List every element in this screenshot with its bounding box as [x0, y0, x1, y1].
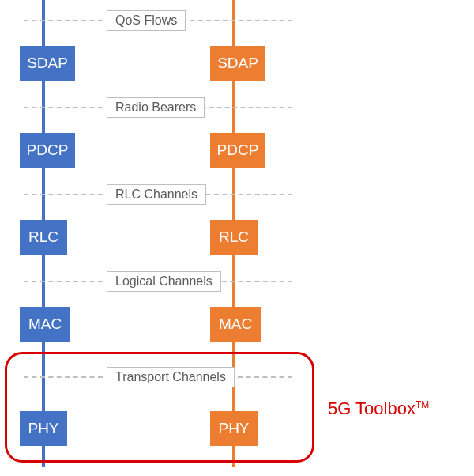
dash-if0-b: [174, 20, 292, 21]
right-mac: MAC: [210, 307, 261, 342]
left-pdcp: PDCP: [20, 133, 75, 168]
right-sdap: SDAP: [210, 46, 265, 81]
left-mac: MAC: [20, 307, 70, 342]
right-pdcp: PDCP: [210, 133, 265, 168]
dash-if0-a: [24, 20, 103, 21]
interface-logical-channels: Logical Channels: [107, 271, 221, 292]
left-sdap: SDAP: [20, 46, 75, 81]
dash-if2-a: [24, 194, 103, 195]
toolbox-callout-box: [5, 352, 314, 463]
interface-rlc-channels: RLC Channels: [107, 184, 206, 205]
interface-qos-flows: QoS Flows: [107, 10, 186, 31]
left-rlc: RLC: [20, 220, 67, 255]
right-rlc: RLC: [210, 220, 258, 255]
toolbox-label: 5G ToolboxTM: [328, 399, 429, 419]
dash-if1-b: [194, 107, 292, 108]
interface-radio-bearers: Radio Bearers: [107, 97, 205, 118]
protocol-stack-diagram: QoS Flows Radio Bearers RLC Channels Log…: [0, 0, 474, 476]
dash-if3-a: [24, 281, 103, 282]
dash-if1-a: [24, 107, 103, 108]
